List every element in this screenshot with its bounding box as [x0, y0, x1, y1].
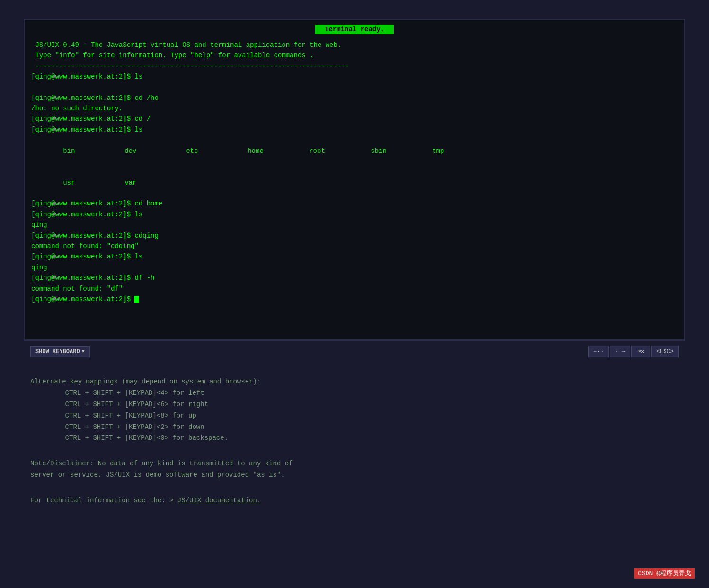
terminal-cmd-ls4: [qing@www.masswerk.at:2]$ ls: [31, 251, 678, 262]
page-wrapper: Terminal ready. JS/UIX 0.49 - The JavaSc…: [0, 0, 709, 526]
watermark: CSDN @程序员青戈: [634, 568, 695, 579]
terminal-ready-label: Terminal ready.: [315, 25, 394, 34]
show-keyboard-button[interactable]: SHOW KEYBOARD ▼: [30, 346, 90, 357]
note-line-2: server or service. JS/UIX is demo softwa…: [30, 470, 679, 481]
terminal-cmd-cdhome: [qing@www.masswerk.at:2]$ cd home: [31, 198, 678, 209]
show-keyboard-label: SHOW KEYBOARD: [35, 348, 80, 355]
terminal-body[interactable]: JS/UIX 0.49 - The JavaScript virtual OS …: [25, 38, 684, 306]
terminal-output-nodir: /ho: no such directory.: [31, 103, 678, 114]
nav-backspace-button[interactable]: ⌫✕: [631, 346, 650, 357]
nav-escape-button[interactable]: <ESC>: [651, 346, 679, 357]
mapping-up: CTRL + SHIFT + [KEYPAD]<8> for up: [30, 410, 679, 422]
terminal-line-typeinfo: Type "info" for site information. Type "…: [31, 50, 678, 61]
nav-buttons: ←·· ··→ ⌫✕ <ESC>: [588, 346, 679, 357]
terminal-line-jsinfo: JS/UIX 0.49 - The JavaScript virtual OS …: [31, 40, 678, 50]
terminal-cmd-cdqing: [qing@www.masswerk.at:2]$ cdqing: [31, 231, 678, 241]
terminal-cmd-ls1: [qing@www.masswerk.at:2]$ ls: [31, 71, 678, 82]
info-section: Alternate key mappings (may depend on sy…: [24, 362, 685, 449]
terminal-output-qing1: qing: [31, 220, 678, 230]
terminal-container: Terminal ready. JS/UIX 0.49 - The JavaSc…: [24, 19, 685, 340]
ls-row-2: usrvar: [31, 167, 678, 198]
terminal-output-qing2: qing: [31, 262, 678, 273]
tech-text: For technical information see the: >: [30, 497, 177, 504]
mapping-backspace: CTRL + SHIFT + [KEYPAD]<0> for backspace…: [30, 433, 679, 444]
terminal-cmd-cdroot: [qing@www.masswerk.at:2]$ cd /: [31, 114, 678, 124]
mapping-right: CTRL + SHIFT + [KEYPAD]<6> for right: [30, 399, 679, 410]
terminal-cmd-df: [qing@www.masswerk.at:2]$ df -h: [31, 273, 678, 283]
tech-section: For technical information see the: > JS/…: [24, 486, 685, 511]
note-line-1: Note/Disclaimer: No data of any kind is …: [30, 458, 679, 470]
terminal-output-notfound2: command not found: "df": [31, 284, 678, 294]
nav-right-button[interactable]: ··→: [610, 346, 630, 357]
mapping-down: CTRL + SHIFT + [KEYPAD]<2> for down: [30, 422, 679, 433]
terminal-output-notfound1: command not found: "cdqing": [31, 241, 678, 251]
terminal-cursor-line[interactable]: [qing@www.masswerk.at:2]$: [31, 294, 678, 304]
alternate-keys-title: Alternate key mappings (may depend on sy…: [30, 376, 679, 388]
ls-row-1: bindevetchomerootsbintmp: [31, 135, 678, 167]
terminal-cmd-ls2: [qing@www.masswerk.at:2]$ ls: [31, 125, 678, 135]
terminal-bottom-space: [25, 306, 684, 335]
empty-line-1: [31, 82, 678, 93]
terminal-ready-bar: Terminal ready.: [25, 25, 684, 34]
mapping-left: CTRL + SHIFT + [KEYPAD]<4> for left: [30, 388, 679, 399]
nav-left-button[interactable]: ←··: [588, 346, 609, 357]
keyboard-dropdown-icon: ▼: [82, 349, 85, 354]
terminal-cmd-cdho: [qing@www.masswerk.at:2]$ cd /ho: [31, 93, 678, 103]
jsuix-docs-link[interactable]: JS/UIX documentation.: [177, 497, 261, 504]
terminal-cursor: [134, 296, 139, 303]
terminal-cmd-ls3: [qing@www.masswerk.at:2]$ ls: [31, 209, 678, 220]
note-section: Note/Disclaimer: No data of any kind is …: [24, 449, 685, 486]
toolbar-row: SHOW KEYBOARD ▼ ←·· ··→ ⌫✕ <ESC>: [24, 340, 685, 362]
terminal-separator: ----------------------------------------…: [31, 61, 678, 71]
